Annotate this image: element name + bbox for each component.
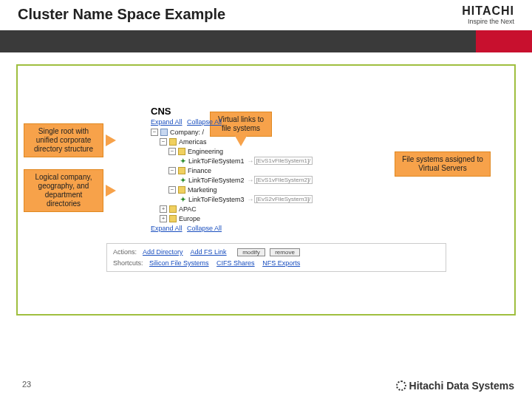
- modify-button[interactable]: modify: [237, 248, 265, 256]
- footer-brand: Hitachi Data Systems: [396, 380, 514, 392]
- folder-icon: [169, 138, 177, 146]
- arrow-icon: →: [248, 177, 254, 184]
- tree-node[interactable]: +Europe: [151, 214, 372, 223]
- tree-label: APAC: [179, 205, 197, 213]
- slide-title: Cluster Name Space Example: [18, 6, 532, 23]
- tree-link[interactable]: ✦LinkToFileSystem3→ [EvS2vFileSystem3]/: [151, 194, 372, 204]
- gear-icon: [396, 381, 406, 391]
- fs-target: [EvS1vFileSystem1]/: [254, 157, 313, 165]
- collapse-icon[interactable]: −: [168, 167, 176, 174]
- folder-icon: [169, 215, 177, 222]
- remove-button[interactable]: remove: [270, 248, 300, 256]
- tree-label: Europe: [179, 215, 200, 222]
- expand-all-link[interactable]: Expand All: [151, 118, 183, 126]
- shortcuts-row: Shortcuts: Silicon File Systems CIFS Sha…: [113, 258, 440, 268]
- company-icon: [160, 129, 168, 136]
- folder-icon: [178, 167, 185, 174]
- cns-panel: CNS Expand All Collapse All −Company: / …: [151, 106, 372, 232]
- callout-root-text: Single root with unified corporate direc…: [34, 127, 93, 153]
- shortcuts-label: Shortcuts:: [113, 259, 143, 267]
- shortcut-cifs[interactable]: CIFS Shares: [216, 259, 255, 267]
- folder-icon: [178, 186, 185, 194]
- accent-block: [476, 30, 532, 52]
- tree-label: Marketing: [188, 186, 217, 194]
- brand-name: HITACHI: [462, 4, 514, 18]
- brand-logo: HITACHI Inspire the Next: [462, 4, 514, 25]
- tree-label: Americas: [179, 138, 207, 146]
- cns-tree: −Company: / −Americas −Engineering ✦Link…: [151, 127, 372, 223]
- tree-node[interactable]: −Engineering: [151, 146, 372, 156]
- tree-node[interactable]: −Marketing: [151, 185, 372, 194]
- tree-root[interactable]: −Company: /: [151, 127, 372, 137]
- tree-node[interactable]: −Americas: [151, 137, 372, 146]
- tree-label: Engineering: [188, 148, 223, 155]
- callout-assigned: File systems assigned to Virtual Servers: [395, 151, 491, 177]
- expand-icon[interactable]: +: [160, 205, 167, 213]
- actions-panel: Actions: Add Directory Add FS Link modif…: [106, 243, 446, 272]
- add-fs-link[interactable]: Add FS Link: [191, 248, 227, 256]
- tree-label: LinkToFileSystem3: [188, 196, 245, 203]
- tree-label: LinkToFileSystem2: [188, 177, 245, 184]
- tree-label: LinkToFileSystem1: [188, 157, 245, 165]
- collapse-icon[interactable]: −: [168, 148, 176, 155]
- footer-brand-text: Hitachi Data Systems: [409, 380, 514, 392]
- link-icon: ✦: [180, 196, 186, 203]
- brand-tagline: Inspire the Next: [462, 18, 514, 25]
- arrow-icon: →: [248, 157, 254, 165]
- tree-link[interactable]: ✦LinkToFileSystem1→ [EvS1vFileSystem1]/: [151, 156, 372, 166]
- link-icon: ✦: [180, 177, 186, 184]
- shortcut-nfs[interactable]: NFS Exports: [262, 259, 300, 267]
- tree-label: Finance: [188, 167, 211, 174]
- link-icon: ✦: [180, 157, 186, 165]
- callout-root: Single root with unified corporate direc…: [24, 123, 103, 157]
- callout-logical-text: Logical company, geography, and departme…: [35, 173, 92, 208]
- actions-label: Actions:: [113, 248, 137, 256]
- callout-logical: Logical company, geography, and departme…: [24, 169, 103, 212]
- tree-node[interactable]: −Finance: [151, 166, 372, 175]
- fs-target: [EvS2vFileSystem3]/: [254, 195, 313, 203]
- collapse-all-link[interactable]: Collapse All: [187, 225, 222, 232]
- cns-tree-controls: Expand All Collapse All: [151, 118, 372, 126]
- folder-icon: [169, 205, 177, 213]
- add-directory-link[interactable]: Add Directory: [143, 248, 183, 256]
- collapse-all-link[interactable]: Collapse All: [187, 118, 222, 126]
- arrow-icon: →: [248, 196, 254, 203]
- collapse-icon[interactable]: −: [168, 186, 176, 194]
- folder-icon: [178, 148, 185, 155]
- cns-heading: CNS: [151, 106, 372, 118]
- collapse-icon[interactable]: −: [151, 129, 158, 136]
- collapse-icon[interactable]: −: [160, 138, 167, 146]
- page-number: 23: [22, 380, 31, 389]
- shortcut-sfs[interactable]: Silicon File Systems: [149, 259, 209, 267]
- tree-root-label: Company: /: [170, 129, 204, 136]
- expand-icon[interactable]: +: [160, 215, 167, 222]
- cns-tree-controls-bottom: Expand All Collapse All: [151, 225, 372, 232]
- arrow-right-icon: [106, 134, 116, 146]
- actions-row: Actions: Add Directory Add FS Link modif…: [113, 247, 440, 258]
- tree-node[interactable]: +APAC: [151, 204, 372, 214]
- callout-assigned-text: File systems assigned to Virtual Servers: [402, 155, 483, 172]
- expand-all-link[interactable]: Expand All: [151, 225, 183, 232]
- fs-target: [EvS1vFileSystem2]/: [254, 176, 313, 184]
- arrow-right-icon: [106, 185, 116, 197]
- tree-link[interactable]: ✦LinkToFileSystem2→ [EvS1vFileSystem2]/: [151, 175, 372, 185]
- header-bar: [0, 30, 532, 52]
- content-frame: Single root with unified corporate direc…: [16, 64, 516, 316]
